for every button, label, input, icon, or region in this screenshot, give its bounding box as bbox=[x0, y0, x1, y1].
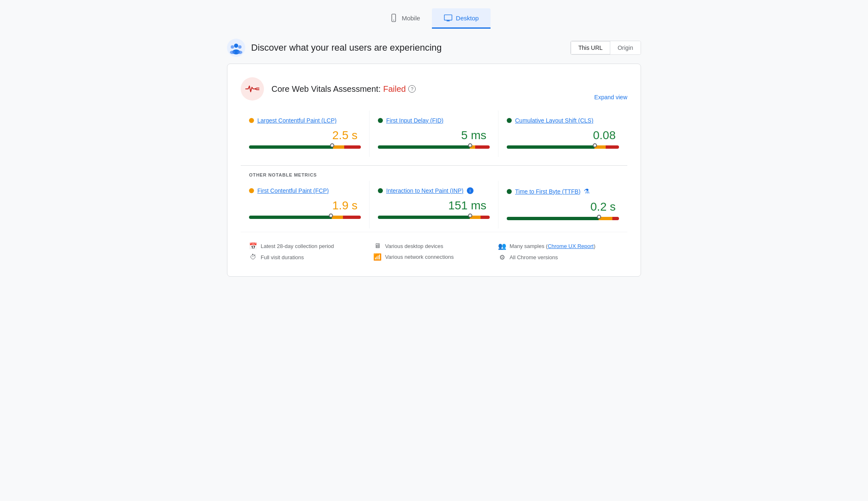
fid-name[interactable]: First Input Delay (FID) bbox=[386, 117, 444, 124]
monitor-icon: 🖥 bbox=[373, 242, 382, 250]
svg-point-8 bbox=[238, 45, 242, 49]
footer-col2: 🖥 Various desktop devices 📶 Various netw… bbox=[373, 241, 494, 263]
inp-bar bbox=[378, 216, 490, 219]
cls-bar-poor bbox=[606, 145, 619, 149]
vitals-assessment-label: Core Web Vitals Assessment: bbox=[271, 84, 381, 94]
cls-bar-marker bbox=[593, 143, 597, 147]
chrome-icon: ⚙ bbox=[498, 253, 506, 261]
svg-point-7 bbox=[231, 45, 234, 49]
origin-button[interactable]: Origin bbox=[610, 41, 641, 54]
ttfb-bar-marker bbox=[597, 215, 601, 219]
ttfb-label-row: Time to First Byte (TTFB) ⚗ bbox=[507, 187, 619, 195]
lcp-bar bbox=[249, 145, 361, 149]
metric-inp: Interaction to Next Paint (INP) i 151 ms bbox=[370, 181, 498, 228]
expand-view-link[interactable]: Expand view bbox=[594, 94, 627, 101]
footer-info: 📅 Latest 28-day collection period ⏱ Full… bbox=[241, 232, 627, 265]
users-icon bbox=[227, 39, 245, 57]
ttfb-bar-good bbox=[507, 217, 599, 220]
ttfb-value: 0.2 s bbox=[507, 200, 619, 214]
footer-chrome-text: All Chrome versions bbox=[510, 254, 558, 260]
other-metrics-grid: First Contentful Paint (FCP) 1.9 s Inter… bbox=[241, 181, 627, 228]
vitals-status: Failed bbox=[383, 84, 406, 94]
footer-chrome-versions: ⚙ All Chrome versions bbox=[498, 252, 619, 263]
fcp-label-row: First Contentful Paint (FCP) bbox=[249, 187, 361, 194]
metric-fcp: First Contentful Paint (FCP) 1.9 s bbox=[241, 181, 370, 228]
metric-lcp: Largest Contentful Paint (LCP) 2.5 s bbox=[241, 111, 370, 157]
lcp-bar-good bbox=[249, 145, 333, 149]
lcp-bar-poor bbox=[344, 145, 361, 149]
svg-point-6 bbox=[234, 44, 238, 48]
header-section: Discover what your real users are experi… bbox=[227, 39, 641, 57]
footer-samples-text: Many samples (Chrome UX Report) bbox=[510, 243, 596, 249]
wifi-icon: 📶 bbox=[373, 253, 382, 261]
svg-point-10 bbox=[230, 51, 235, 54]
cls-label-row: Cumulative Layout Shift (CLS) bbox=[507, 117, 619, 124]
footer-col3: 👥 Many samples (Chrome UX Report) ⚙ All … bbox=[498, 241, 619, 263]
lcp-label-row: Largest Contentful Paint (LCP) bbox=[249, 117, 361, 124]
fcp-value: 1.9 s bbox=[249, 199, 361, 212]
lcp-name[interactable]: Largest Contentful Paint (LCP) bbox=[257, 117, 337, 124]
footer-network-connections: 📶 Various network connections bbox=[373, 251, 494, 263]
this-url-button[interactable]: This URL bbox=[571, 41, 610, 54]
inp-name[interactable]: Interaction to Next Paint (INP) bbox=[386, 187, 464, 194]
metric-ttfb: Time to First Byte (TTFB) ⚗ 0.2 s bbox=[498, 181, 627, 228]
cls-dot bbox=[507, 118, 512, 123]
footer-network-text: Various network connections bbox=[385, 254, 454, 260]
lcp-bar-marker bbox=[330, 143, 334, 147]
footer-desktop-text: Various desktop devices bbox=[385, 243, 443, 249]
ttfb-bar-poor bbox=[612, 217, 619, 220]
vitals-icon-circle bbox=[241, 77, 264, 101]
fid-dot bbox=[378, 118, 383, 123]
lcp-bar-needs-improvement bbox=[333, 145, 344, 149]
fcp-name[interactable]: First Contentful Paint (FCP) bbox=[257, 187, 329, 194]
ttfb-name[interactable]: Time to First Byte (TTFB) bbox=[515, 188, 580, 195]
chrome-ux-report-link[interactable]: Chrome UX Report bbox=[547, 243, 594, 249]
other-metrics-label: OTHER NOTABLE METRICS bbox=[241, 172, 627, 177]
fid-bar-poor bbox=[475, 145, 490, 149]
help-icon[interactable]: ? bbox=[408, 85, 416, 93]
core-metrics-grid: Largest Contentful Paint (LCP) 2.5 s Fir… bbox=[241, 111, 627, 157]
lcp-value: 2.5 s bbox=[249, 129, 361, 142]
url-toggle: This URL Origin bbox=[570, 41, 641, 55]
footer-samples: 👥 Many samples (Chrome UX Report) bbox=[498, 241, 619, 252]
fcp-dot bbox=[249, 188, 254, 193]
svg-point-11 bbox=[237, 51, 242, 54]
footer-visit-durations: ⏱ Full visit durations bbox=[249, 252, 370, 263]
fcp-bar-poor bbox=[343, 216, 361, 219]
footer-desktop-devices: 🖥 Various desktop devices bbox=[373, 241, 494, 251]
footer-collection-text: Latest 28-day collection period bbox=[261, 243, 334, 249]
header-left: Discover what your real users are experi… bbox=[227, 39, 442, 57]
cls-bar-good bbox=[507, 145, 594, 149]
footer-collection-period: 📅 Latest 28-day collection period bbox=[249, 241, 370, 252]
fcp-bar bbox=[249, 216, 361, 219]
fid-label-row: First Input Delay (FID) bbox=[378, 117, 490, 124]
inp-bar-poor bbox=[481, 216, 490, 219]
inp-info-icon[interactable]: i bbox=[467, 187, 473, 194]
cls-name[interactable]: Cumulative Layout Shift (CLS) bbox=[515, 117, 593, 124]
fid-value: 5 ms bbox=[378, 129, 490, 142]
inp-label-row: Interaction to Next Paint (INP) i bbox=[378, 187, 490, 194]
tab-mobile-label: Mobile bbox=[402, 15, 420, 22]
main-card: Core Web Vitals Assessment: Failed ? Exp… bbox=[227, 64, 641, 277]
tab-desktop-label: Desktop bbox=[456, 15, 479, 22]
ttfb-bar bbox=[507, 217, 619, 220]
footer-visit-text: Full visit durations bbox=[261, 254, 304, 260]
cls-bar bbox=[507, 145, 619, 149]
footer-col1: 📅 Latest 28-day collection period ⏱ Full… bbox=[249, 241, 370, 263]
ttfb-dot bbox=[507, 189, 512, 194]
lcp-dot bbox=[249, 118, 254, 123]
vitals-header: Core Web Vitals Assessment: Failed ? Exp… bbox=[241, 77, 627, 101]
tab-bar: Mobile Desktop bbox=[227, 8, 641, 29]
inp-bar-marker bbox=[468, 214, 472, 218]
tab-mobile[interactable]: Mobile bbox=[377, 8, 432, 29]
inp-dot bbox=[378, 188, 383, 193]
cls-value: 0.08 bbox=[507, 129, 619, 142]
tab-desktop[interactable]: Desktop bbox=[432, 8, 491, 29]
samples-icon: 👥 bbox=[498, 242, 506, 250]
header-title: Discover what your real users are experi… bbox=[251, 42, 442, 53]
metrics-divider bbox=[241, 165, 627, 166]
calendar-icon: 📅 bbox=[249, 242, 257, 250]
metric-fid: First Input Delay (FID) 5 ms bbox=[370, 111, 498, 157]
inp-value: 151 ms bbox=[378, 199, 490, 212]
fid-bar bbox=[378, 145, 490, 149]
